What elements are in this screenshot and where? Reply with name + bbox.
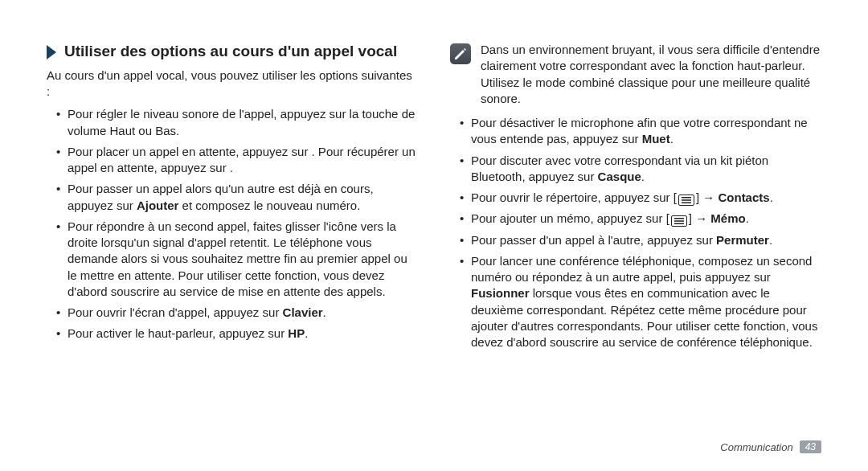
right-column: Dans un environnement bruyant, il vous s… [450, 42, 821, 457]
left-column: Utiliser des options au cours d'un appel… [47, 42, 418, 457]
note-icon [450, 43, 471, 64]
heading-text: Utiliser des options au cours d'un appel… [64, 42, 397, 61]
list-item: Pour placer un appel en attente, appuyez… [68, 144, 418, 177]
bold-label: Ajouter [137, 199, 179, 212]
note-text: Dans un environnement bruyant, il vous s… [481, 42, 821, 107]
bold-label: HP [288, 326, 305, 340]
svg-rect-5 [674, 221, 684, 223]
bold-label: Mémo [710, 211, 745, 225]
list-item: Pour répondre à un second appel, faites … [68, 219, 418, 300]
page-footer: Communication 43 [720, 440, 821, 453]
footer-page-number: 43 [800, 440, 821, 453]
intro-text: Au cours d'un appel vocal, vous pouvez u… [47, 68, 418, 100]
bold-label: Permuter [716, 233, 769, 247]
footer-section: Communication [720, 441, 792, 453]
svg-rect-1 [682, 197, 691, 199]
list-item: Pour désactiver le microphone afin que v… [471, 115, 821, 148]
svg-marker-0 [47, 45, 56, 59]
list-item: Pour passer un appel alors qu'un autre e… [68, 181, 418, 214]
left-bullet-list: Pour régler le niveau sonore de l'appel,… [47, 106, 418, 342]
list-item: Pour ouvrir le répertoire, appuyez sur [… [471, 190, 821, 206]
list-item: Pour discuter avec votre correspondant v… [471, 153, 821, 186]
bold-label: Fusionner [471, 286, 530, 300]
menu-key-icon [671, 215, 687, 227]
bold-label: Contacts [718, 190, 769, 204]
section-heading: Utiliser des options au cours d'un appel… [47, 42, 418, 61]
svg-rect-3 [682, 203, 691, 204]
page-container: Utiliser des options au cours d'un appel… [0, 0, 868, 471]
list-item: Pour lancer une conférence téléphonique,… [471, 253, 821, 351]
svg-rect-2 [682, 199, 691, 201]
svg-rect-4 [674, 218, 684, 219]
list-item: Pour ouvrir l'écran d'appel, appuyez sur… [68, 305, 418, 321]
right-bullet-list: Pour désactiver le microphone afin que v… [450, 115, 821, 350]
list-item: Pour régler le niveau sonore de l'appel,… [68, 106, 418, 139]
page-columns: Utiliser des options au cours d'un appel… [0, 0, 868, 471]
list-item: Pour ajouter un mémo, appuyez sur [] → M… [471, 211, 821, 227]
list-item: Pour activer le haut-parleur, appuyez su… [68, 326, 418, 342]
list-item: Pour passer d'un appel à l'autre, appuye… [471, 232, 821, 248]
bold-label: Muet [642, 132, 670, 145]
menu-key-icon [678, 195, 694, 206]
note-callout: Dans un environnement bruyant, il vous s… [450, 42, 821, 107]
svg-rect-6 [674, 223, 684, 225]
bold-label: Casque [598, 170, 641, 183]
chevron-right-icon [47, 45, 58, 59]
bold-label: Clavier [283, 305, 323, 319]
